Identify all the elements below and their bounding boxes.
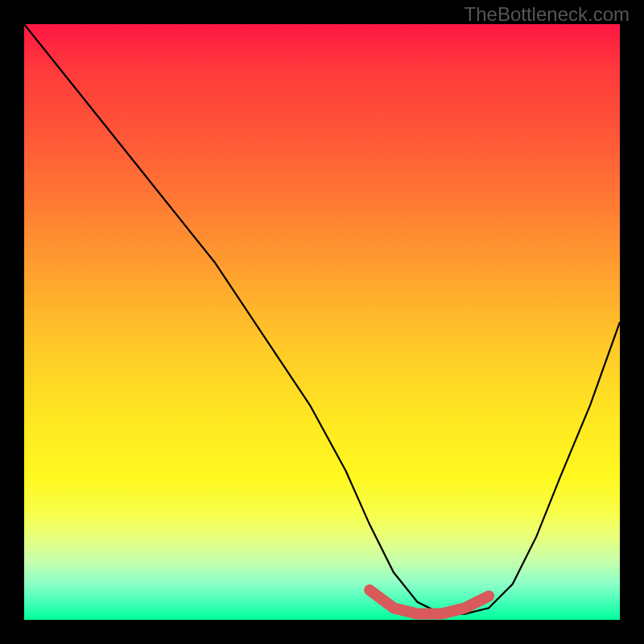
- chart-svg: [24, 24, 620, 620]
- valley-highlight: [369, 590, 489, 614]
- curve-line: [24, 24, 620, 614]
- plot-area: [24, 24, 620, 620]
- watermark-text: TheBottleneck.com: [464, 3, 630, 26]
